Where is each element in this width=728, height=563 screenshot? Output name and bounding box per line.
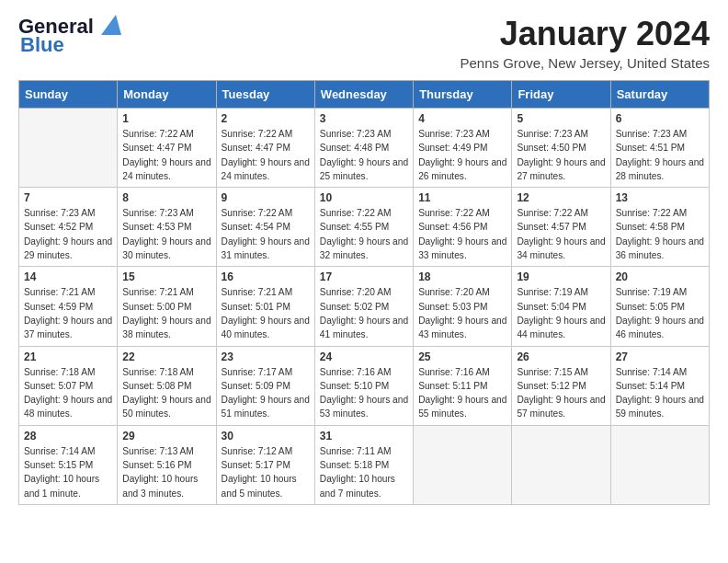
day-info: Sunrise: 7:16 AMSunset: 5:11 PMDaylight:…	[418, 365, 506, 421]
day-number: 25	[418, 350, 506, 363]
calendar-cell: 20Sunrise: 7:19 AMSunset: 5:05 PMDayligh…	[610, 267, 709, 346]
header-saturday: Saturday	[610, 81, 709, 109]
calendar-cell: 3Sunrise: 7:23 AMSunset: 4:48 PMDaylight…	[314, 109, 413, 188]
day-number: 19	[517, 270, 605, 283]
calendar-cell: 23Sunrise: 7:17 AMSunset: 5:09 PMDayligh…	[216, 346, 314, 425]
header-thursday: Thursday	[414, 81, 512, 109]
day-info: Sunrise: 7:19 AMSunset: 5:04 PMDaylight:…	[517, 285, 605, 341]
day-info: Sunrise: 7:11 AMSunset: 5:18 PMDaylight:…	[320, 444, 408, 500]
header-sunday: Sunday	[19, 81, 118, 109]
title-area: January 2024 Penns Grove, New Jersey, Un…	[460, 15, 710, 71]
day-number: 6	[616, 112, 704, 125]
week-row-2: 7Sunrise: 7:23 AMSunset: 4:52 PMDaylight…	[19, 188, 710, 267]
day-number: 29	[122, 430, 210, 442]
calendar-cell	[414, 425, 512, 504]
day-number: 31	[320, 430, 408, 442]
day-number: 3	[320, 112, 408, 125]
day-number: 14	[24, 270, 112, 283]
calendar-cell: 15Sunrise: 7:21 AMSunset: 5:00 PMDayligh…	[118, 267, 216, 346]
calendar-cell: 26Sunrise: 7:15 AMSunset: 5:12 PMDayligh…	[512, 346, 610, 425]
day-info: Sunrise: 7:21 AMSunset: 5:00 PMDaylight:…	[122, 285, 210, 341]
day-info: Sunrise: 7:23 AMSunset: 4:52 PMDaylight:…	[24, 206, 112, 262]
day-info: Sunrise: 7:23 AMSunset: 4:53 PMDaylight:…	[122, 206, 210, 262]
day-info: Sunrise: 7:22 AMSunset: 4:55 PMDaylight:…	[320, 206, 408, 262]
day-info: Sunrise: 7:14 AMSunset: 5:15 PMDaylight:…	[24, 444, 112, 500]
day-number: 24	[320, 350, 408, 363]
day-number: 18	[418, 270, 506, 283]
calendar-cell: 7Sunrise: 7:23 AMSunset: 4:52 PMDaylight…	[19, 188, 118, 267]
day-number: 8	[122, 191, 210, 204]
day-info: Sunrise: 7:23 AMSunset: 4:50 PMDaylight:…	[517, 127, 605, 183]
calendar-cell: 18Sunrise: 7:20 AMSunset: 5:03 PMDayligh…	[414, 267, 512, 346]
calendar-cell: 6Sunrise: 7:23 AMSunset: 4:51 PMDaylight…	[610, 109, 709, 188]
day-number: 10	[320, 191, 408, 204]
calendar-cell: 1Sunrise: 7:22 AMSunset: 4:47 PMDaylight…	[118, 109, 216, 188]
calendar-cell: 9Sunrise: 7:22 AMSunset: 4:54 PMDaylight…	[216, 188, 314, 267]
calendar-cell: 21Sunrise: 7:18 AMSunset: 5:07 PMDayligh…	[19, 346, 118, 425]
calendar-cell	[610, 425, 709, 504]
svg-marker-0	[101, 15, 121, 35]
day-number: 17	[320, 270, 408, 283]
calendar-cell: 8Sunrise: 7:23 AMSunset: 4:53 PMDaylight…	[118, 188, 216, 267]
main-title: January 2024	[460, 15, 710, 53]
header-tuesday: Tuesday	[216, 81, 314, 109]
day-info: Sunrise: 7:15 AMSunset: 5:12 PMDaylight:…	[517, 365, 605, 421]
calendar-cell	[512, 425, 610, 504]
day-info: Sunrise: 7:22 AMSunset: 4:56 PMDaylight:…	[418, 206, 506, 262]
day-number: 28	[24, 430, 112, 442]
week-row-5: 28Sunrise: 7:14 AMSunset: 5:15 PMDayligh…	[19, 425, 710, 504]
header-wednesday: Wednesday	[314, 81, 413, 109]
calendar-cell: 22Sunrise: 7:18 AMSunset: 5:08 PMDayligh…	[118, 346, 216, 425]
logo-blue: Blue	[18, 33, 64, 57]
day-number: 11	[418, 191, 506, 204]
calendar-cell: 30Sunrise: 7:12 AMSunset: 5:17 PMDayligh…	[216, 425, 314, 504]
day-info: Sunrise: 7:21 AMSunset: 5:01 PMDaylight:…	[222, 285, 310, 341]
day-number: 5	[517, 112, 605, 125]
day-info: Sunrise: 7:12 AMSunset: 5:17 PMDaylight:…	[222, 444, 310, 500]
week-row-4: 21Sunrise: 7:18 AMSunset: 5:07 PMDayligh…	[19, 346, 710, 425]
day-info: Sunrise: 7:22 AMSunset: 4:47 PMDaylight:…	[122, 127, 210, 183]
day-info: Sunrise: 7:23 AMSunset: 4:49 PMDaylight:…	[418, 127, 506, 183]
header: General Blue January 2024 Penns Grove, N…	[18, 15, 710, 71]
day-info: Sunrise: 7:22 AMSunset: 4:47 PMDaylight:…	[222, 127, 310, 183]
day-number: 16	[222, 270, 310, 283]
calendar-cell: 14Sunrise: 7:21 AMSunset: 4:59 PMDayligh…	[19, 267, 118, 346]
day-number: 21	[24, 350, 112, 363]
week-row-3: 14Sunrise: 7:21 AMSunset: 4:59 PMDayligh…	[19, 267, 710, 346]
calendar-cell: 16Sunrise: 7:21 AMSunset: 5:01 PMDayligh…	[216, 267, 314, 346]
day-info: Sunrise: 7:18 AMSunset: 5:08 PMDaylight:…	[122, 365, 210, 421]
day-info: Sunrise: 7:17 AMSunset: 5:09 PMDaylight:…	[222, 365, 310, 421]
day-info: Sunrise: 7:22 AMSunset: 4:57 PMDaylight:…	[517, 206, 605, 262]
calendar-cell: 19Sunrise: 7:19 AMSunset: 5:04 PMDayligh…	[512, 267, 610, 346]
calendar-cell: 25Sunrise: 7:16 AMSunset: 5:11 PMDayligh…	[414, 346, 512, 425]
day-number: 12	[517, 191, 605, 204]
day-info: Sunrise: 7:22 AMSunset: 4:54 PMDaylight:…	[222, 206, 310, 262]
subtitle: Penns Grove, New Jersey, United States	[460, 55, 710, 71]
day-info: Sunrise: 7:23 AMSunset: 4:51 PMDaylight:…	[616, 127, 704, 183]
logo: General Blue	[18, 15, 123, 57]
calendar-cell	[19, 109, 118, 188]
day-number: 13	[616, 191, 704, 204]
day-number: 9	[222, 191, 310, 204]
day-info: Sunrise: 7:13 AMSunset: 5:16 PMDaylight:…	[122, 444, 210, 500]
day-info: Sunrise: 7:23 AMSunset: 4:48 PMDaylight:…	[320, 127, 408, 183]
day-number: 15	[122, 270, 210, 283]
day-number: 4	[418, 112, 506, 125]
calendar-cell: 17Sunrise: 7:20 AMSunset: 5:02 PMDayligh…	[314, 267, 413, 346]
header-monday: Monday	[118, 81, 216, 109]
day-info: Sunrise: 7:18 AMSunset: 5:07 PMDaylight:…	[24, 365, 112, 421]
calendar-table: SundayMondayTuesdayWednesdayThursdayFrid…	[18, 80, 710, 505]
week-row-1: 1Sunrise: 7:22 AMSunset: 4:47 PMDaylight…	[19, 109, 710, 188]
day-info: Sunrise: 7:16 AMSunset: 5:10 PMDaylight:…	[320, 365, 408, 421]
calendar-cell: 2Sunrise: 7:22 AMSunset: 4:47 PMDaylight…	[216, 109, 314, 188]
calendar-cell: 11Sunrise: 7:22 AMSunset: 4:56 PMDayligh…	[414, 188, 512, 267]
day-info: Sunrise: 7:21 AMSunset: 4:59 PMDaylight:…	[24, 285, 112, 341]
header-friday: Friday	[512, 81, 610, 109]
day-info: Sunrise: 7:14 AMSunset: 5:14 PMDaylight:…	[616, 365, 704, 421]
day-info: Sunrise: 7:22 AMSunset: 4:58 PMDaylight:…	[616, 206, 704, 262]
logo-icon	[96, 11, 123, 39]
calendar-cell: 27Sunrise: 7:14 AMSunset: 5:14 PMDayligh…	[610, 346, 709, 425]
day-number: 22	[122, 350, 210, 363]
calendar-cell: 13Sunrise: 7:22 AMSunset: 4:58 PMDayligh…	[610, 188, 709, 267]
calendar-cell: 4Sunrise: 7:23 AMSunset: 4:49 PMDaylight…	[414, 109, 512, 188]
